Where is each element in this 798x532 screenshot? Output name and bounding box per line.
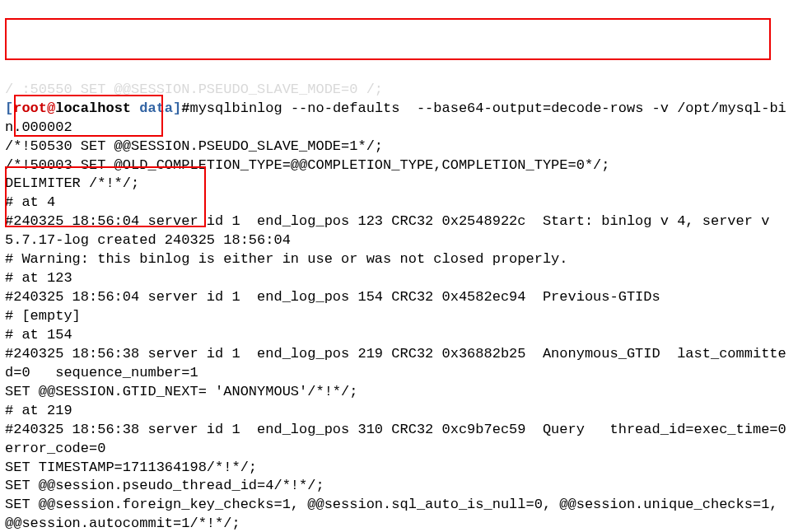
prompt-close-bracket: ] xyxy=(173,100,181,116)
terminal-output[interactable]: / :50550 SET @@SESSION.PSEUDO_SLAVE_MODE… xyxy=(5,81,791,532)
terminal-line: SET @@session.foreign_key_checks=1, @@se… xyxy=(5,497,786,531)
prompt-open-bracket: [ xyxy=(5,100,13,116)
prompt-host: localhost xyxy=(55,100,139,116)
terminal-line: # at 219 xyxy=(5,403,72,418)
terminal-line: #240325 18:56:04 server id 1 end_log_pos… xyxy=(5,213,778,248)
terminal-line: /*!50003 SET @OLD_COMPLETION_TYPE=@@COMP… xyxy=(5,157,610,173)
prompt-hash: # xyxy=(181,100,189,116)
terminal-line: SET @@session.pseudo_thread_id=4/*!*/; xyxy=(5,478,324,493)
terminal-line: # at 154 xyxy=(5,327,72,343)
prompt-path: data xyxy=(139,100,173,116)
terminal-line: #240325 18:56:38 server id 1 end_log_pos… xyxy=(5,346,786,380)
terminal-line: SET @@SESSION.GTID_NEXT= 'ANONYMOUS'/*!*… xyxy=(5,384,357,399)
highlight-box-command xyxy=(5,18,771,60)
terminal-line: SET TIMESTAMP=1711364198/*!*/; xyxy=(5,460,257,475)
prompt-at: @ xyxy=(47,100,55,116)
terminal-line: DELIMITER /*!*/; xyxy=(5,175,139,191)
terminal-line: # [empty] xyxy=(5,308,81,324)
terminal-line: #240325 18:56:38 server id 1 end_log_pos… xyxy=(5,422,796,456)
terminal-line: / :50550 SET @@SESSION.PSEUDO_SLAVE_MODE… xyxy=(5,82,383,97)
terminal-line: # at 4 xyxy=(5,194,55,210)
terminal-line: # at 123 xyxy=(5,270,72,286)
terminal-line: /*!50530 SET @@SESSION.PSEUDO_SLAVE_MODE… xyxy=(5,138,383,154)
terminal-line: #240325 18:56:04 server id 1 end_log_pos… xyxy=(5,289,660,305)
shell-prompt: [root@localhost data]# xyxy=(5,100,189,116)
terminal-line: # Warning: this binlog is either in use … xyxy=(5,251,568,267)
prompt-user: root xyxy=(13,100,47,116)
